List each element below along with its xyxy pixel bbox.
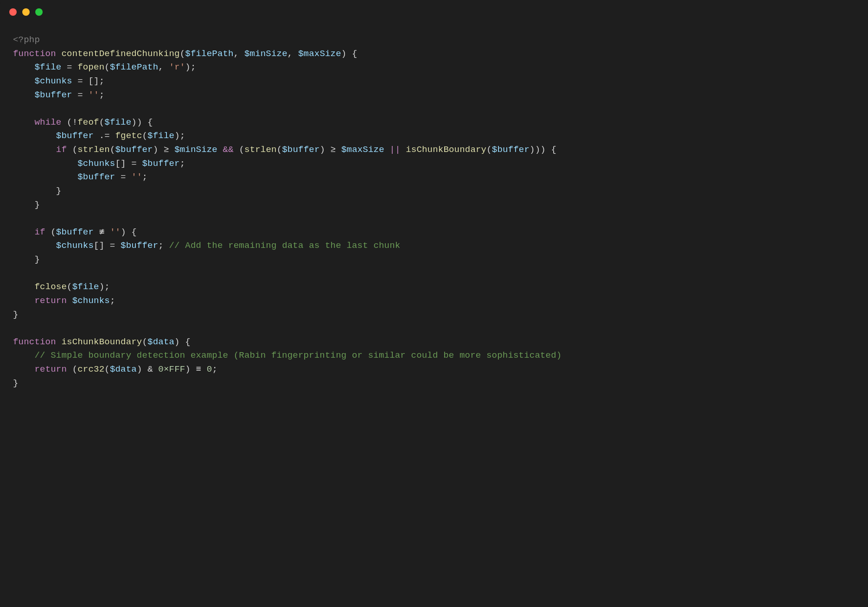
code-editor[interactable]: <?phpfunction contentDefinedChunking($fi… <box>0 20 868 403</box>
code-line: if ($buffer ≢ '') { <box>13 226 855 240</box>
code-token: ≥ <box>331 145 336 155</box>
code-token: $buffer <box>115 145 153 155</box>
code-token: && <box>223 145 234 155</box>
code-token: $file <box>34 62 61 72</box>
code-token: $maxSize <box>341 145 384 155</box>
code-token: return <box>34 296 67 306</box>
code-token: = <box>121 172 126 182</box>
code-token: } <box>34 254 40 265</box>
code-token: while <box>34 117 61 127</box>
code-token: & <box>147 364 153 374</box>
zoom-button[interactable] <box>35 8 43 16</box>
code-token <box>169 145 175 155</box>
code-line <box>13 102 855 116</box>
code-token: strlen <box>77 145 110 155</box>
code-token <box>13 158 77 169</box>
code-token: ( <box>72 145 78 155</box>
code-token <box>336 145 341 155</box>
code-token <box>83 90 89 100</box>
code-token: } <box>13 378 19 388</box>
code-token <box>13 90 34 100</box>
code-line <box>13 267 855 281</box>
code-token: $chunks <box>56 240 94 251</box>
code-token <box>61 62 67 72</box>
code-token: .= <box>99 131 110 141</box>
code-token: contentDefinedChunking <box>61 49 179 59</box>
code-token: ) <box>137 364 147 374</box>
code-token: ( <box>67 282 72 292</box>
code-token <box>234 145 239 155</box>
code-token <box>13 254 34 265</box>
code-token: $data <box>110 364 137 374</box>
code-token <box>137 158 142 169</box>
code-token: '' <box>88 90 99 100</box>
code-token <box>115 172 121 182</box>
code-token <box>67 364 72 374</box>
code-token: , <box>158 62 169 72</box>
code-token: $buffer <box>492 145 530 155</box>
code-token: ) <box>319 145 330 155</box>
code-token: isChunkBoundary <box>406 145 486 155</box>
code-line <box>13 322 855 335</box>
code-token: } <box>34 200 40 210</box>
code-token <box>13 200 34 210</box>
code-token: = <box>67 62 72 72</box>
code-token: 0 <box>207 364 212 374</box>
code-line: } <box>13 377 855 391</box>
code-token: []; <box>88 76 104 86</box>
code-token <box>401 145 406 155</box>
code-token: ( <box>486 145 492 155</box>
code-token <box>13 282 34 292</box>
code-line: return $chunks; <box>13 294 855 308</box>
code-token <box>61 117 67 127</box>
code-token: fopen <box>77 62 104 72</box>
code-token: ) <box>153 145 164 155</box>
code-token: ( <box>142 337 147 347</box>
code-token: fclose <box>34 282 67 292</box>
code-token <box>13 76 34 86</box>
minimize-button[interactable] <box>22 8 30 16</box>
code-token: ; <box>212 364 217 374</box>
code-token: } <box>13 310 19 320</box>
code-token <box>13 172 77 182</box>
code-line: <?php <box>13 33 855 47</box>
code-token: ); <box>174 131 185 141</box>
code-token: $chunks <box>77 158 115 169</box>
code-token: ( <box>99 117 105 127</box>
code-line: return (crc32($data) & 0×FFF) ≡ 0; <box>13 363 855 377</box>
code-token: $minSize <box>244 49 287 59</box>
code-token: ≥ <box>164 145 169 155</box>
code-token: $buffer <box>142 158 179 169</box>
code-token <box>13 186 56 196</box>
code-token: $buffer <box>56 227 94 237</box>
code-token: $file <box>104 117 131 127</box>
code-token <box>83 76 89 86</box>
code-token <box>45 227 51 237</box>
code-token: = <box>77 76 83 86</box>
code-line: $file = fopen($filePath, 'r'); <box>13 61 855 75</box>
code-token <box>384 145 390 155</box>
code-token: , <box>287 49 298 59</box>
code-token: , <box>234 49 244 59</box>
code-token <box>110 131 115 141</box>
code-token: [] <box>94 240 110 251</box>
code-token <box>115 240 121 251</box>
code-line: } <box>13 184 855 198</box>
code-token <box>56 49 62 59</box>
code-line: function isChunkBoundary($data) { <box>13 335 855 349</box>
code-token: fgetc <box>115 131 142 141</box>
code-line: if (strlen($buffer) ≥ $minSize && (strle… <box>13 143 855 157</box>
code-token: $file <box>72 282 99 292</box>
code-token: // Add the remaining data as the last ch… <box>169 240 401 251</box>
code-token: return <box>34 364 67 374</box>
code-line <box>13 212 855 226</box>
code-token <box>94 131 99 141</box>
code-token <box>13 62 34 72</box>
code-line: $chunks[] = $buffer; // Add the remainin… <box>13 239 855 253</box>
code-token: $buffer <box>282 145 319 155</box>
code-token: $buffer <box>56 131 94 141</box>
code-token: $filePath <box>110 62 158 72</box>
close-button[interactable] <box>9 8 17 16</box>
code-token: ) <box>185 364 196 374</box>
code-token: if <box>34 227 45 237</box>
